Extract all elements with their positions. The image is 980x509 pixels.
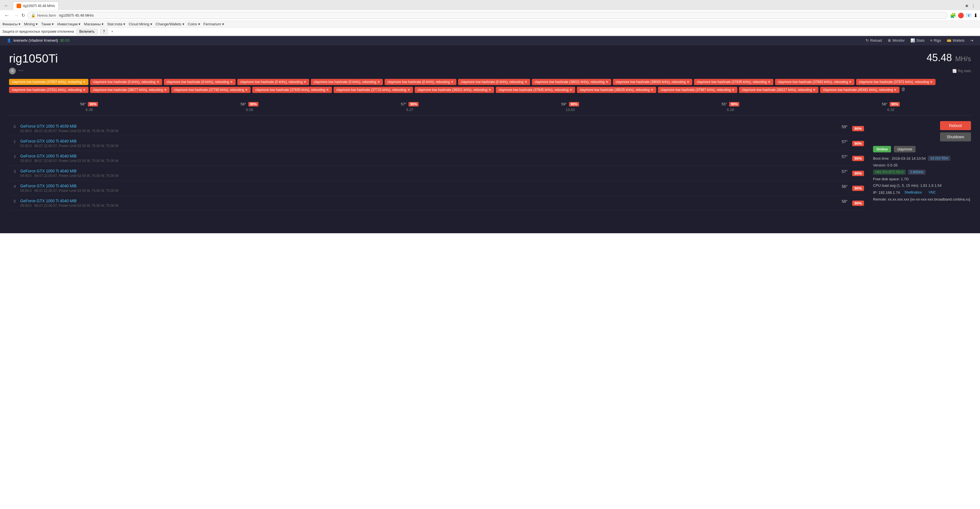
gpu-stat-fan-2: 90%: [409, 102, 418, 107]
disk-row: Free disk space: 1.7G: [873, 177, 971, 181]
gpu-stats-bar: 58° 90% 6.39 58° 90% 6.59 57° 90% 6.27 5…: [9, 99, 971, 115]
browser-url-bar[interactable]: 🔒 hiveos.farm rig1050Ti 45.48 MH/s: [27, 12, 948, 19]
alert-tag-11: claymore low hashrate (37972 kH/s), rebo…: [856, 79, 935, 85]
nav-item-cloud[interactable]: Cloud Mning ▾: [129, 22, 152, 26]
user-icon: 👤: [7, 38, 11, 43]
gpu-stat-fan-0: 90%: [88, 102, 98, 107]
version-text: Version: 0.5-35: [873, 163, 897, 168]
gpu-stat-5: 58° 90% 6.32: [882, 102, 900, 112]
gpu-fan-1: 90%: [852, 141, 864, 146]
version-row: Version: 0.5-35: [873, 163, 971, 168]
nav-item-coins[interactable]: Coins ▾: [188, 22, 200, 26]
gpu-info-4: GeForce GTX 1050 Ti 4040 MiB 05:00.0 86.…: [20, 183, 835, 193]
rig-title-row: rig1050Ti 45.48 MH/s: [9, 52, 971, 65]
gpu-info-5: GeForce GTX 1050 Ti 4040 MiB 06:00.0 86.…: [20, 199, 835, 207]
shutdown-button[interactable]: Shutdown: [940, 132, 971, 141]
nav-item-mining[interactable]: Mining ▾: [24, 22, 38, 26]
browser-tab[interactable]: rig1050Ti 45.48 MH/s: [13, 2, 59, 10]
alert-tag-4: claymore low hashrate (0 kH/s), rebootin…: [311, 79, 383, 85]
alert-tag-22: claymore low hashrate (45481 kH/s), rebo…: [820, 87, 899, 93]
gpu-row-5: 5 GeForce GTX 1050 Ti 4040 MiB 06:00.0 8…: [9, 196, 864, 211]
alert-tag-8: claymore low hashrate (38000 kH/s), rebo…: [613, 79, 692, 85]
alert-tag-9: claymore low hashrate (37835 kH/s), rebo…: [694, 79, 773, 85]
logout-button[interactable]: ⇥: [970, 38, 973, 43]
nav-item-investicii[interactable]: Инвестиции ▾: [57, 22, 81, 26]
lock-icon: 🔒: [31, 13, 35, 18]
extension-icon-3[interactable]: 📧: [966, 13, 972, 19]
alert-tag-18: claymore low hashrate (37945 kH/s), rebo…: [496, 87, 575, 93]
alert-tag-16: claymore low hashrate (37715 kH/s), rebo…: [334, 87, 413, 93]
trash-icon[interactable]: 🗑: [901, 87, 906, 93]
rig-stats-link[interactable]: 📈 Rig stats: [952, 69, 971, 73]
gpu-stat-3: 59° 90% 13.63: [562, 102, 579, 112]
nav-item-stat[interactable]: Stat insta ▾: [107, 22, 125, 26]
rigs-button[interactable]: ≡ Rigs: [930, 38, 941, 43]
extension-icon-1[interactable]: 🧩: [950, 13, 956, 19]
gpu-stat-0: 58° 90% 6.39: [80, 102, 98, 112]
status-online-badge: Online: [873, 146, 891, 152]
gpu-temp-5: 58°: [842, 199, 848, 204]
menu-icon[interactable]: ⋮: [971, 3, 975, 8]
nav-item-tanki[interactable]: Танки ▾: [41, 22, 54, 26]
alert-tag-13: claymore low hashrate (38077 kH/s), rebo…: [90, 87, 169, 93]
nav-item-finansy[interactable]: Финансы ▾: [2, 22, 21, 26]
back-button[interactable]: ←: [2, 2, 11, 9]
user-balance: $0.00: [60, 38, 70, 43]
chart-icon: 📈: [952, 69, 957, 73]
extension-icon-2[interactable]: 🔴: [958, 13, 964, 19]
rig-hashrate-display: 45.48 MH/s: [926, 52, 971, 64]
app-header: 👤 kreinertv (Vladimir Kreinert) $0.00 ↻ …: [0, 36, 980, 45]
monitor-icon: 🖥: [888, 38, 891, 43]
reload-icon: ↻: [866, 38, 869, 43]
refresh-icon[interactable]: ↻: [21, 13, 25, 18]
gpu-details-5: 06:00.0 86.07.22.00.57, Power Limit 52.5…: [20, 204, 835, 207]
gpu-stat-4: 55° 90% 6.28: [722, 102, 739, 112]
warning-help-button[interactable]: ?: [100, 29, 108, 34]
browser-nav-icons: 🧩 🔴 📧 ⬇: [950, 13, 978, 19]
vnc-link[interactable]: VNC: [926, 190, 938, 195]
alert-tag-12: claymore low hashrate (37931 kH/s), rebo…: [9, 87, 88, 93]
ip-row: IP: 192.168.1.74 Shellinabox VNC: [873, 190, 971, 195]
action-buttons: Reboot Shutdown: [940, 121, 971, 141]
right-panel: Reboot Shutdown Online claymore Boot tim…: [864, 121, 971, 204]
gpu-name-3: GeForce GTX 1050 Ti 4040 MiB: [20, 169, 835, 173]
rig-dash: ---: [19, 68, 24, 73]
nav-item-fermarium[interactable]: Fermarium ▾: [204, 22, 224, 26]
nav-item-magaziny[interactable]: Магазины ▾: [84, 22, 103, 26]
monitor-button[interactable]: 🖥 Monitor: [888, 38, 905, 43]
gpu-info-2: GeForce GTX 1050 Ti 4040 MiB 03:00.0 86.…: [20, 154, 835, 163]
gpu-row-4: 4 GeForce GTX 1050 Ti 4040 MiB 05:00.0 8…: [9, 181, 864, 196]
mobo-row: H81 Pro BTC R2.0 2.80GHz: [873, 169, 971, 175]
url-site: hiveos.farm: [37, 13, 56, 18]
disk-text: Free disk space: 1.7G: [873, 177, 909, 181]
alert-tag-20: claymore low hashrate (37987 kH/s), rebo…: [658, 87, 737, 93]
gpu-index-4: 4: [9, 183, 16, 188]
stats-button[interactable]: 📊 Stats: [910, 38, 925, 43]
shellinabox-link[interactable]: Shellinabox: [902, 190, 924, 195]
forward-button[interactable]: →: [14, 12, 19, 19]
app-container: 👤 kreinertv (Vladimir Kreinert) $0.00 ↻ …: [0, 36, 980, 233]
warning-enable-button[interactable]: Включить: [76, 29, 98, 34]
gpu-temp-4: 56°: [842, 183, 848, 189]
rig-hashrate-unit: MH/s: [955, 55, 971, 62]
wallets-button[interactable]: 💳 Wallets: [947, 38, 964, 43]
gpu-name-2: GeForce GTX 1050 Ti 4040 MiB: [20, 154, 835, 158]
browser-back-button[interactable]: ←: [2, 11, 11, 19]
gpu-details-2: 03:00.0 86.07.22.00.57, Power Limit 52.5…: [20, 159, 835, 163]
app-header-left: 👤 kreinertv (Vladimir Kreinert) $0.00: [7, 38, 70, 43]
bookmark-icon[interactable]: ★: [965, 3, 969, 8]
gpu-stat-temp-3: 59°: [562, 102, 567, 106]
nav-item-wallets[interactable]: Change/Wallets ▾: [156, 22, 185, 26]
reload-button[interactable]: ↻ Reload: [866, 38, 882, 43]
gpu-stat-hash-2: 6.27: [401, 108, 418, 112]
boot-uptime-badge: 1d 21h 55m: [928, 156, 950, 161]
gpu-name-5: GeForce GTX 1050 Ti 4040 MiB: [20, 199, 835, 203]
warning-close-button[interactable]: ×: [111, 30, 113, 34]
gpu-stat-temp-0: 58°: [80, 102, 86, 106]
extension-icon-4[interactable]: ⬇: [974, 13, 978, 19]
gpu-stat-hash-1: 6.59: [241, 108, 258, 112]
rig-hashrate-value: 45.48: [926, 52, 952, 63]
gpu-fan-2: 90%: [852, 156, 864, 161]
gpu-info-1: GeForce GTX 1050 Ti 4040 MiB 02:00.0 86.…: [20, 139, 835, 148]
reboot-button[interactable]: Reboot: [940, 121, 971, 130]
